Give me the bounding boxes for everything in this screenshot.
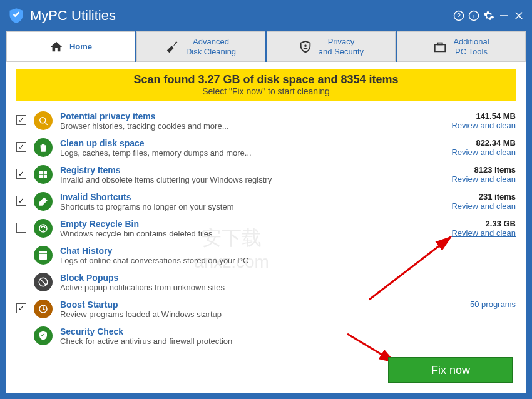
item-stat: 8123 items xyxy=(441,165,516,174)
tab-additional-tools[interactable]: Additional PC Tools xyxy=(397,31,526,62)
item-checkbox[interactable] xyxy=(16,196,26,206)
review-and-clean-link[interactable]: Review and clean xyxy=(441,148,516,157)
broom-icon xyxy=(166,40,180,54)
svg-rect-7 xyxy=(438,43,442,44)
item-category-icon xyxy=(34,111,53,130)
gear-icon[interactable] xyxy=(483,10,494,21)
scan-item-row: Boost StartupReview programs loaded at W… xyxy=(16,296,516,323)
tab-home[interactable]: Home xyxy=(6,31,135,62)
tab-label: Home xyxy=(69,42,92,52)
item-description: Windows recycle bin contains deleted fil… xyxy=(60,229,433,238)
tab-label: Additional PC Tools xyxy=(453,37,489,56)
item-description: Active popup notifications from unknown … xyxy=(60,283,433,292)
item-checkbox[interactable] xyxy=(16,142,26,152)
item-title: Chat History xyxy=(60,246,433,256)
item-category-icon xyxy=(34,273,53,291)
item-title: Potential privacy items xyxy=(60,111,433,121)
item-description: Browser histories, tracking cookies and … xyxy=(60,121,433,131)
toolbox-icon xyxy=(433,40,447,54)
item-description: Check for active antivirus and firewall … xyxy=(60,336,433,346)
svg-rect-6 xyxy=(435,44,446,51)
scan-item-row: Chat HistoryLogs of online chat conversa… xyxy=(16,242,516,269)
item-title: Empty Recycle Bin xyxy=(60,219,433,229)
item-stat: 141.54 MB xyxy=(441,111,516,121)
tab-bar: Home Advanced Disk Cleaning Privacy and … xyxy=(0,31,532,62)
item-checkbox[interactable] xyxy=(16,115,26,125)
item-title: Clean up disk space xyxy=(60,138,433,148)
item-title: Invalid Shortcuts xyxy=(60,192,433,202)
scan-item-row: Clean up disk spaceLogs, caches, temp fi… xyxy=(16,134,516,161)
item-category-icon xyxy=(34,326,53,345)
close-icon[interactable] xyxy=(513,10,524,21)
item-title: Security Check xyxy=(60,326,433,336)
svg-text:?: ? xyxy=(457,12,461,19)
item-stat: 822.34 MB xyxy=(441,138,516,148)
review-and-clean-link[interactable]: Review and clean xyxy=(441,121,516,130)
item-description: Logs, caches, temp files, memory dumps a… xyxy=(60,148,433,158)
banner-subtitle: Select "Fix now" to start cleaning xyxy=(16,86,516,96)
svg-point-5 xyxy=(304,44,307,47)
item-description: Shortcuts to programs no longer on your … xyxy=(60,202,433,211)
tab-privacy-security[interactable]: Privacy and Security xyxy=(267,31,396,62)
app-title: MyPC Utilities xyxy=(30,8,116,24)
tab-label: Privacy and Security xyxy=(319,37,364,56)
item-description: Logs of online chat conversations stored… xyxy=(60,256,433,265)
scan-item-row: Block PopupsActive popup notifications f… xyxy=(16,269,516,296)
scan-item-row: Empty Recycle BinWindows recycle bin con… xyxy=(16,215,516,242)
minimize-icon[interactable] xyxy=(498,10,509,21)
review-and-clean-link[interactable]: Review and clean xyxy=(441,228,516,238)
item-description: Review programs loaded at Windows startu… xyxy=(60,310,433,319)
banner-title: Scan found 3.27 GB of disk space and 835… xyxy=(16,73,516,86)
scan-item-row: Potential privacy itemsBrowser histories… xyxy=(16,108,516,134)
item-stat: 231 items xyxy=(441,192,516,201)
svg-rect-12 xyxy=(39,175,43,178)
info-icon[interactable]: i xyxy=(468,10,479,21)
item-stat: 2.33 GB xyxy=(441,219,516,228)
scan-item-row: Invalid ShortcutsShortcuts to programs n… xyxy=(16,188,516,215)
item-title: Block Popups xyxy=(60,273,433,283)
svg-line-9 xyxy=(45,123,48,125)
help-icon[interactable]: ? xyxy=(453,10,464,21)
svg-rect-10 xyxy=(39,171,43,174)
review-and-clean-link[interactable]: 50 programs xyxy=(441,300,516,309)
app-logo-icon xyxy=(8,7,25,24)
svg-rect-13 xyxy=(44,175,47,178)
svg-line-16 xyxy=(41,280,46,285)
item-category-icon xyxy=(34,246,53,265)
item-title: Boost Startup xyxy=(60,300,433,310)
tab-advanced-cleaning[interactable]: Advanced Disk Cleaning xyxy=(136,31,265,62)
home-icon xyxy=(49,40,63,54)
svg-point-8 xyxy=(40,118,46,123)
item-category-icon xyxy=(34,192,53,211)
review-and-clean-link[interactable]: Review and clean xyxy=(441,201,516,211)
review-and-clean-link[interactable]: Review and clean xyxy=(441,174,516,184)
svg-rect-11 xyxy=(44,171,47,174)
item-title: Registry Items xyxy=(60,165,433,175)
main-content: Scan found 3.27 GB of disk space and 835… xyxy=(6,62,526,393)
svg-rect-4 xyxy=(500,15,508,16)
scan-item-row: Security CheckCheck for active antivirus… xyxy=(16,323,516,350)
item-checkbox[interactable] xyxy=(16,303,26,313)
svg-text:i: i xyxy=(473,13,474,19)
scan-item-row: Registry ItemsInvalid and obsolete items… xyxy=(16,161,516,188)
shield-user-icon xyxy=(299,40,312,54)
item-checkbox[interactable] xyxy=(16,223,26,233)
item-description: Invalid and obsolete items cluttering yo… xyxy=(60,175,433,184)
fix-now-button[interactable]: Fix now xyxy=(388,357,513,383)
tab-label: Advanced Disk Cleaning xyxy=(186,37,236,56)
item-category-icon xyxy=(34,300,53,318)
titlebar: MyPC Utilities ? i xyxy=(0,0,532,31)
item-category-icon xyxy=(34,219,53,238)
item-category-icon xyxy=(34,165,53,184)
item-checkbox[interactable] xyxy=(16,169,26,179)
item-category-icon xyxy=(34,138,53,157)
scan-result-banner: Scan found 3.27 GB of disk space and 835… xyxy=(16,69,516,101)
